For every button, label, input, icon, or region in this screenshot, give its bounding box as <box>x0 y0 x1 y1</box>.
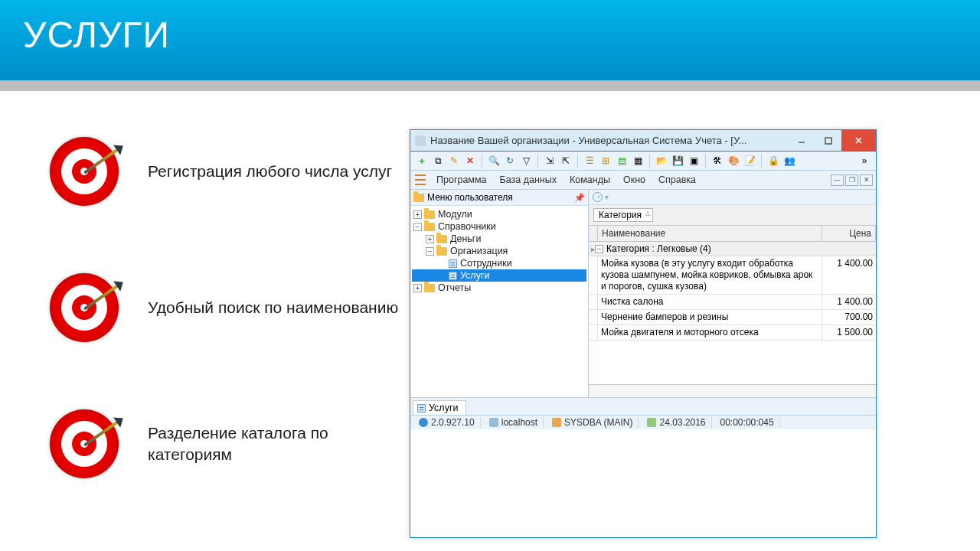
maximize-button[interactable] <box>815 130 841 151</box>
table-row[interactable]: Чистка салона 1 400.00 <box>589 295 876 310</box>
grid-body: ▸ − Категория : Легковые (4) Мойка кузов… <box>589 242 876 384</box>
menu-database[interactable]: База данных <box>495 173 562 187</box>
feature-list: Регистрация любого числа услуг Удобный п… <box>42 129 410 538</box>
list-item-icon <box>449 272 457 280</box>
tree-icon[interactable]: ⊞ <box>599 154 612 168</box>
tree-node-organization[interactable]: − Организация <box>412 245 586 257</box>
table-check-icon[interactable]: ▤ <box>615 154 629 168</box>
list-icon[interactable]: ☰ <box>583 154 596 168</box>
print-icon[interactable]: ▣ <box>687 154 701 168</box>
target-icon <box>42 266 126 350</box>
row-indicator-header <box>589 226 598 241</box>
tree-node-dictionaries[interactable]: − Справочники <box>412 220 586 233</box>
tree-node-reports[interactable]: + Отчеты <box>412 282 586 294</box>
status-host-text: localhost <box>501 417 537 428</box>
column-header-name[interactable]: Наименование <box>598 226 822 241</box>
status-user-text: SYSDBA (MAIN) <box>564 417 632 428</box>
export-icon[interactable]: ⇱ <box>559 154 573 168</box>
add-icon[interactable]: ＋ <box>415 154 429 168</box>
target-icon <box>42 402 126 486</box>
folder-icon <box>413 194 424 202</box>
hero-banner: УСЛУГИ <box>0 0 980 80</box>
palette-icon[interactable]: 🎨 <box>727 154 740 168</box>
open-icon[interactable]: 📂 <box>655 154 668 168</box>
menu-program[interactable]: Программа <box>431 173 492 187</box>
menu-window[interactable]: Окно <box>618 173 651 187</box>
status-version: 2.0.927.10 <box>413 417 481 428</box>
table-row[interactable]: Чернение бамперов и резины 700.00 <box>589 310 876 325</box>
collapse-icon[interactable]: − <box>426 247 434 256</box>
pin-icon[interactable]: 📌 <box>574 193 585 203</box>
doc-tab-services[interactable]: Услуги <box>413 400 466 415</box>
tab-label: Услуги <box>429 403 458 413</box>
nav-tree: + Модули − Справочники + Деньги <box>410 206 588 397</box>
tree-label: Справочники <box>438 221 496 232</box>
calendar-icon <box>647 418 656 427</box>
folder-icon <box>424 284 435 292</box>
view-icon[interactable]: ▦ <box>631 154 645 168</box>
group-bar[interactable]: Категория <box>589 205 876 226</box>
collapse-icon[interactable]: − <box>595 245 603 253</box>
cell-name: Мойка двигателя и моторного отсека <box>598 325 822 340</box>
mdi-minimize-button[interactable]: — <box>831 174 844 186</box>
group-row-label: Категория : Легковые (4) <box>606 243 711 254</box>
data-panel: ▾ Категория Наименование Цена ▸ − <box>589 190 876 397</box>
collapse-icon[interactable]: − <box>413 223 422 231</box>
search-icon[interactable]: 🔍 <box>487 154 501 168</box>
refresh-icon[interactable]: ↻ <box>503 154 517 168</box>
expand-icon[interactable]: + <box>426 235 434 243</box>
filter-icon[interactable]: ▽ <box>519 154 533 168</box>
save-icon[interactable]: 💾 <box>671 154 684 168</box>
group-row[interactable]: ▸ − Категория : Легковые (4) <box>589 242 876 256</box>
cell-price: 1 400.00 <box>822 295 876 309</box>
expand-icon[interactable]: + <box>413 284 422 292</box>
target-icon <box>42 129 126 214</box>
close-button[interactable] <box>841 130 876 151</box>
status-version-text: 2.0.927.10 <box>431 417 475 428</box>
tree-node-services[interactable]: Услуги <box>412 269 586 282</box>
folder-icon <box>436 235 447 243</box>
info-icon <box>419 418 428 427</box>
table-row[interactable]: Мойка кузова (в эту услугу входит обрабо… <box>589 256 876 295</box>
menu-handle-icon[interactable] <box>415 174 426 185</box>
tree-node-money[interactable]: + Деньги <box>412 233 586 245</box>
feature-item: Регистрация любого числа услуг <box>42 129 410 214</box>
lock-icon[interactable]: 🔒 <box>766 154 780 168</box>
users-icon[interactable]: 👥 <box>782 154 796 168</box>
tree-label: Деньги <box>450 233 481 244</box>
mdi-close-button[interactable]: ✕ <box>860 174 873 186</box>
chevron-down-icon[interactable]: ▾ <box>605 193 609 201</box>
delete-icon[interactable]: ✕ <box>463 154 477 168</box>
tools-icon[interactable]: 🛠 <box>710 154 724 168</box>
mdi-restore-button[interactable]: ❐ <box>845 174 858 186</box>
status-user: SYSDBA (MAIN) <box>547 417 639 428</box>
status-elapsed-text: 00:00:00:045 <box>720 417 774 428</box>
copy-icon[interactable]: ⧉ <box>431 154 445 168</box>
import-icon[interactable]: ⇲ <box>543 154 557 168</box>
feature-item: Разделение каталога по категориям <box>42 402 410 486</box>
user-icon <box>552 418 561 427</box>
edit-icon[interactable]: ✎ <box>447 154 461 168</box>
menu-commands[interactable]: Команды <box>564 173 616 187</box>
feature-text: Удобный поиск по наименованию <box>148 297 398 318</box>
tree-node-modules[interactable]: + Модули <box>412 208 586 220</box>
open-folder-icon <box>436 247 447 256</box>
folder-icon <box>424 223 435 231</box>
column-header-price[interactable]: Цена <box>822 226 876 241</box>
note-icon[interactable]: 📝 <box>743 154 756 168</box>
tree-node-employees[interactable]: Сотрудники <box>412 257 586 269</box>
group-column-chip[interactable]: Категория <box>593 208 653 222</box>
table-row[interactable]: Мойка двигателя и моторного отсека 1 500… <box>589 325 876 341</box>
status-elapsed: 00:00:00:045 <box>715 417 780 428</box>
cell-price: 1 400.00 <box>822 256 876 294</box>
expand-icon[interactable]: + <box>413 210 422 219</box>
server-icon <box>489 418 498 427</box>
overflow-icon[interactable]: » <box>858 154 871 168</box>
menu-bar: Программа База данных Команды Окно Справ… <box>410 171 876 190</box>
clock-icon[interactable] <box>593 192 603 202</box>
title-bar[interactable]: Название Вашей организации - Универсальн… <box>410 130 876 152</box>
menu-help[interactable]: Справка <box>653 173 701 187</box>
app-icon <box>415 135 426 146</box>
minimize-button[interactable] <box>788 130 815 151</box>
data-panel-header: ▾ <box>589 190 876 205</box>
